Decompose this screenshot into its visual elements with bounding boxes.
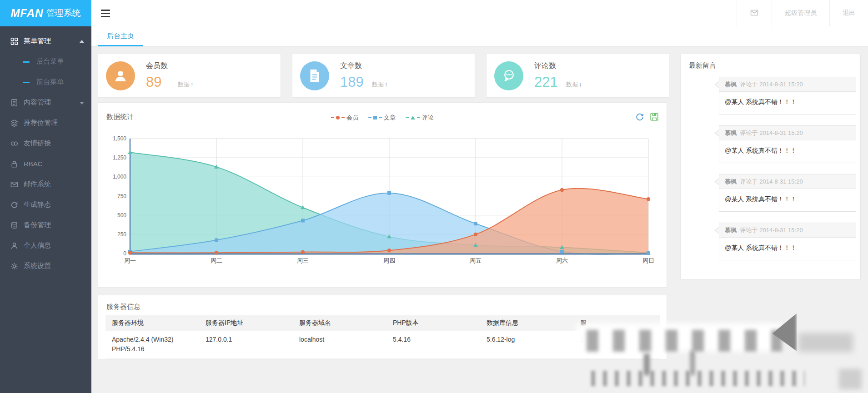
redaction-blur <box>591 371 805 386</box>
stat-value: 221 <box>534 74 558 90</box>
server-info-title: 服务器信息 <box>106 303 140 311</box>
sidebar-item-label: 内容管理 <box>24 98 51 107</box>
svg-text:周六: 周六 <box>556 257 568 264</box>
comment-item[interactable]: 慕枫 评论于 2014-8-31 15:20 @某人 系统真不错！！！ <box>719 223 856 260</box>
comment-meta: 慕枫 评论于 2014-8-31 15:20 <box>719 174 856 189</box>
trend-down-icon: ↓ <box>579 81 582 88</box>
sidebar-item[interactable]: 推荐位管理 <box>0 113 91 133</box>
table-cell: localhost <box>293 331 386 358</box>
stat-sub-label: 数据↑ <box>372 80 388 89</box>
trend-up-icon: ↑ <box>191 81 194 88</box>
svg-text:1,500: 1,500 <box>113 135 126 142</box>
sidebar-item[interactable]: 生成静态 <box>0 194 91 215</box>
database-icon <box>10 221 19 229</box>
latest-comments-panel: 最新留言 慕枫 评论于 2014-8-31 15:20 @某人 系统真不错！！！… <box>680 54 861 279</box>
sidebar-item-label: 菜单管理 <box>24 37 51 45</box>
table-column-header: 服务器环境 <box>105 315 199 331</box>
redaction-blur <box>690 351 695 375</box>
table-cell: 5.4.16 <box>386 331 480 358</box>
svg-text:周一: 周一 <box>124 257 136 264</box>
sidebar-subitem[interactable]: 后台菜单 <box>0 51 91 72</box>
svg-text:周二: 周二 <box>211 257 222 264</box>
comment-text: @某人 系统真不错！！！ <box>719 92 856 113</box>
sidebar-item[interactable]: 菜单管理 <box>0 31 91 51</box>
sidebar-item[interactable]: 系统设置 <box>0 256 91 276</box>
sidebar-item-label: 友情链接 <box>24 139 51 148</box>
refresh-icon <box>10 200 19 209</box>
table-cell: 2 <box>574 331 660 358</box>
article-icon <box>300 61 329 90</box>
table-column-header: 数据库信息 <box>480 315 574 331</box>
comment-text: @某人 系统真不错！！！ <box>719 189 856 210</box>
sidebar-item[interactable]: 备份管理 <box>0 215 91 235</box>
sidebar-subitem[interactable]: 前台菜单 <box>0 72 91 92</box>
layers-icon <box>10 119 19 127</box>
person-icon <box>10 241 19 250</box>
comment-item[interactable]: 慕枫 评论于 2014-8-31 15:20 @某人 系统真不错！！！ <box>719 77 856 114</box>
comment-author: 慕枫 <box>725 81 737 88</box>
table-body: Apache/2.4.4 (Win32) PHP/5.4.16127.0.0.1… <box>105 331 660 358</box>
submenu-dash-icon <box>23 61 30 63</box>
username-label: 超级管理员 <box>785 9 817 17</box>
sidebar-item[interactable]: 个人信息 <box>0 235 91 256</box>
messages-button[interactable] <box>737 0 772 26</box>
stat-value: 189 <box>340 74 364 90</box>
sidebar: 菜单管理 后台菜单 前台菜单 内容管理 推荐位管理 友情链接 <box>0 26 91 393</box>
chevron-down-icon <box>80 102 84 104</box>
svg-text:1,000: 1,000 <box>113 174 126 180</box>
comment-author: 慕枫 <box>725 129 737 136</box>
sidebar-item-label: 系统设置 <box>24 262 51 270</box>
comment-item[interactable]: 慕枫 评论于 2014-8-31 15:20 @某人 系统真不错！！！ <box>719 125 856 163</box>
stat-card[interactable]: 文章数 189 数据↑ <box>292 54 475 98</box>
statistics-chart-panel: 数据统计 会员文章评论 02505007501,0001,2501,500周一周… <box>98 102 667 288</box>
table-cell: 5.6.12-log <box>480 331 574 358</box>
server-info-table: 服务器环境服务器IP地址服务器域名PHP版本数据库信息服 Apache/2.4.… <box>105 315 660 358</box>
mail-icon <box>10 180 19 189</box>
tab-dashboard-home[interactable]: 后台主页 <box>98 26 143 46</box>
logo-text: MFAN <box>11 7 44 20</box>
comment-date: 评论于 2014-8-31 15:20 <box>738 129 803 136</box>
comment-meta: 慕枫 评论于 2014-8-31 15:20 <box>719 126 856 140</box>
app-logo: MFAN 管理系统 <box>0 0 91 26</box>
redaction-blur <box>839 369 862 389</box>
sidebar-item-label: RBAC <box>24 160 43 168</box>
logo-suffix: 管理系统 <box>46 7 81 19</box>
table-header-row: 服务器环境服务器IP地址服务器域名PHP版本数据库信息服 <box>105 315 660 331</box>
stat-sub-label: 数据↓ <box>566 80 582 89</box>
submenu-dash-icon <box>23 82 30 83</box>
svg-text:250: 250 <box>117 231 126 238</box>
sidebar-item-label: 备份管理 <box>24 221 51 229</box>
svg-text:1,250: 1,250 <box>113 154 126 161</box>
logout-button[interactable]: 退出 <box>830 0 868 26</box>
logout-label: 退出 <box>843 9 855 17</box>
table-cell: Apache/2.4.4 (Win32) PHP/5.4.16 <box>105 331 199 358</box>
sidebar-item[interactable]: 友情链接 <box>0 133 91 154</box>
comment-icon <box>494 61 523 90</box>
sidebar-item-label: 推荐位管理 <box>24 119 58 127</box>
svg-text:750: 750 <box>117 193 126 199</box>
comment-text: @某人 系统真不错！！！ <box>719 140 856 161</box>
table-cell: 127.0.0.1 <box>199 331 293 358</box>
chevron-up-icon <box>80 40 84 43</box>
comment-date: 评论于 2014-8-31 15:20 <box>738 178 803 185</box>
stat-card[interactable]: 评论数 221 数据↓ <box>486 54 669 98</box>
comment-meta: 慕枫 评论于 2014-8-31 15:20 <box>719 223 856 238</box>
current-user-menu[interactable]: 超级管理员 <box>772 0 829 26</box>
topbar: MFAN 管理系统 超级管理员 退出 <box>0 0 868 26</box>
sidebar-item[interactable]: 内容管理 <box>0 92 91 113</box>
svg-text:0: 0 <box>123 250 126 257</box>
redaction-blur <box>798 333 853 352</box>
trend-up-icon: ↑ <box>385 81 388 88</box>
stat-value: 89 <box>146 74 161 90</box>
sidebar-item-label: 邮件系统 <box>24 180 51 189</box>
sidebar-item[interactable]: 邮件系统 <box>0 174 91 194</box>
stat-card[interactable]: 会员数 89 数据↑ <box>98 54 281 98</box>
comment-item[interactable]: 慕枫 评论于 2014-8-31 15:20 @某人 系统真不错！！！ <box>719 174 856 212</box>
table-row: Apache/2.4.4 (Win32) PHP/5.4.16127.0.0.1… <box>105 331 660 358</box>
svg-text:周五: 周五 <box>470 257 482 264</box>
menu-toggle-icon[interactable] <box>101 8 111 19</box>
svg-text:周日: 周日 <box>642 257 654 264</box>
table-column-header: 服务器域名 <box>293 315 386 331</box>
comment-meta: 慕枫 评论于 2014-8-31 15:20 <box>719 77 856 92</box>
sidebar-item[interactable]: RBAC <box>0 154 91 174</box>
